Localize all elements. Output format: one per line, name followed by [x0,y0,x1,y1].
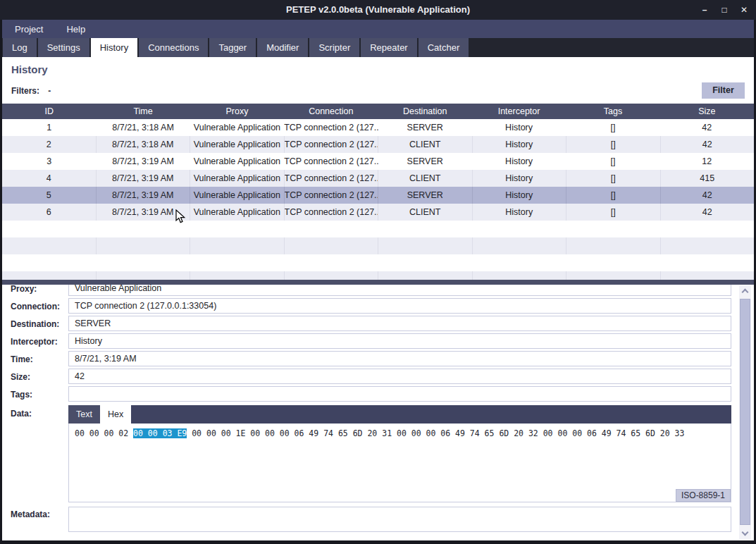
filter-button[interactable]: Filter [702,82,745,99]
connection-field[interactable]: TCP connection 2 (127.0.0.1:33054) [68,298,731,314]
scroll-up-icon[interactable] [739,285,751,297]
destination-field[interactable]: SERVER [68,316,731,331]
maximize-icon[interactable]: □ [719,0,729,20]
field-row-proxy: Proxy: Vulnerable Application [2,285,754,298]
cell-connection: TCP connection 2 (127... [284,136,378,153]
cell-proxy: Vulnerable Application [190,119,284,136]
column-header-tags[interactable]: Tags [566,104,659,119]
column-header-connection[interactable]: Connection [284,104,378,119]
hex-viewer[interactable]: 00 00 00 02 00 00 03 E9 00 00 00 1E 00 0… [68,424,731,502]
tags-field[interactable] [68,386,731,402]
history-table: ID Time Proxy Connection Destination Int… [2,104,754,280]
cell-interceptor: History [472,204,566,221]
hex-bytes: 00 00 00 1E 00 00 00 06 49 74 65 6D 20 3… [187,428,684,438]
cell-id: 6 [2,204,96,221]
metadata-field[interactable] [68,507,731,532]
table-row[interactable]: 6 8/7/21, 3:19 AM Vulnerable Application… [2,204,754,221]
cell-id: 1 [2,119,96,136]
cell-id: 4 [2,170,96,187]
window-controls: – □ ✕ [700,0,749,20]
size-field[interactable]: 42 [68,369,731,384]
scrollbar-thumb[interactable] [740,299,750,525]
cell-interceptor: History [472,153,566,170]
cell-proxy: Vulnerable Application [190,170,284,187]
table-row[interactable]: 2 8/7/21, 3:18 AM Vulnerable Application… [2,136,754,153]
cell-tags: [] [566,170,660,187]
cell-interceptor: History [472,170,566,187]
table-empty-row [2,237,754,254]
vertical-scrollbar[interactable] [739,285,751,540]
hex-content: 00 00 00 02 00 00 03 E9 00 00 00 1E 00 0… [69,424,731,443]
cell-connection: TCP connection 2 (127... [284,204,378,221]
window-border-left [0,20,2,544]
cell-proxy: Vulnerable Application [190,136,284,153]
page-title: History [11,63,48,75]
window-title: PETEP v2.0.0beta (Vulnerable Application… [0,0,756,20]
tab-history[interactable]: History [91,38,137,57]
menubar: Project Help [0,20,756,38]
metadata-section: Metadata: [2,507,754,536]
table-row[interactable]: 3 8/7/21, 3:19 AM Vulnerable Application… [2,153,754,170]
tab-modifier[interactable]: Modifier [257,38,308,57]
data-tab-text[interactable]: Text [68,405,100,424]
table-empty-row [2,221,754,237]
tab-tagger[interactable]: Tagger [209,38,256,57]
tab-catcher[interactable]: Catcher [419,38,469,57]
cell-size: 42 [660,204,755,221]
column-header-proxy[interactable]: Proxy [190,104,284,119]
menu-help[interactable]: Help [66,24,85,35]
destination-label: Destination: [11,319,59,329]
scroll-down-icon[interactable] [739,528,751,540]
column-header-time[interactable]: Time [96,104,190,119]
hex-bytes-highlighted: 00 00 03 E9 [133,428,187,438]
cell-tags: [] [566,204,660,221]
main-tabbar: Log Settings History Connections Tagger … [0,38,756,57]
time-field[interactable]: 8/7/21, 3:19 AM [68,351,731,366]
tab-scripter[interactable]: Scripter [309,38,359,57]
table-row-selected[interactable]: 5 8/7/21, 3:19 AM Vulnerable Application… [2,187,754,204]
column-header-size[interactable]: Size [660,104,754,119]
window-border-bottom [0,540,756,544]
minimize-icon[interactable]: – [700,0,709,20]
cell-destination: CLIENT [378,204,472,221]
split-divider[interactable] [0,280,756,285]
detail-panel: Proxy: Vulnerable Application Connection… [2,285,754,540]
cell-connection: TCP connection 2 (127... [284,119,378,136]
tab-repeater[interactable]: Repeater [361,38,416,57]
cell-destination: CLIENT [378,170,472,187]
cell-time: 8/7/21, 3:19 AM [96,204,190,221]
field-row-time: Time: 8/7/21, 3:19 AM [2,351,754,369]
tags-label: Tags: [11,390,32,400]
cell-destination: SERVER [378,153,472,170]
field-row-tags: Tags: [2,386,754,404]
encoding-badge[interactable]: ISO-8859-1 [676,489,731,502]
tab-settings[interactable]: Settings [38,38,89,57]
size-label: Size: [11,372,30,382]
cell-time: 8/7/21, 3:18 AM [96,119,190,136]
tab-log[interactable]: Log [3,38,37,57]
cell-size: 42 [660,136,755,153]
tab-connections[interactable]: Connections [139,38,208,57]
cell-tags: [] [566,119,659,136]
table-empty-row [2,254,754,271]
filters-label: Filters: [11,86,39,96]
cell-destination: SERVER [378,187,472,204]
proxy-field[interactable]: Vulnerable Application [68,285,731,296]
close-icon[interactable]: ✕ [739,0,749,20]
table-row[interactable]: 1 8/7/21, 3:18 AM Vulnerable Application… [2,119,754,136]
interceptor-field[interactable]: History [68,333,731,349]
cell-time: 8/7/21, 3:19 AM [96,170,190,187]
table-row[interactable]: 4 8/7/21, 3:19 AM Vulnerable Application… [2,170,754,187]
cell-id: 3 [2,153,96,170]
column-header-interceptor[interactable]: Interceptor [472,104,566,119]
column-header-destination[interactable]: Destination [378,104,472,119]
cell-time: 8/7/21, 3:18 AM [96,136,190,153]
column-header-id[interactable]: ID [2,104,96,119]
filters-value: - [48,86,51,96]
filters-line: Filters: - [11,86,51,96]
data-tab-hex[interactable]: Hex [100,405,131,424]
menu-project[interactable]: Project [15,24,43,35]
cell-size: 42 [660,119,754,136]
cell-tags: [] [566,136,660,153]
proxy-label: Proxy: [11,285,37,294]
